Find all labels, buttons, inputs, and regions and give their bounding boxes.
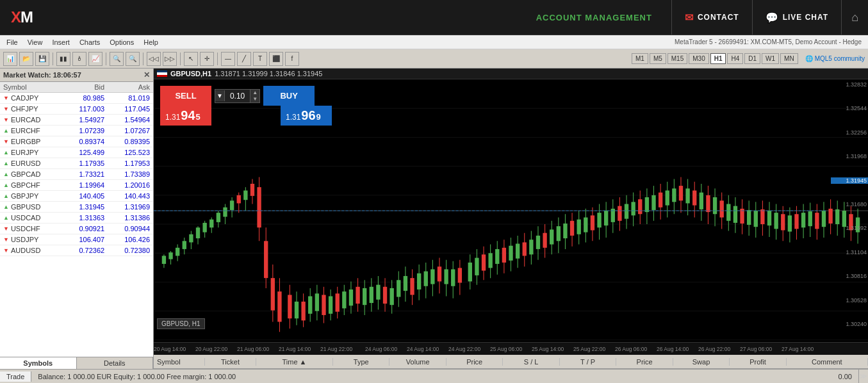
svg-rect-206: [822, 211, 826, 227]
menu-help[interactable]: Help: [143, 38, 158, 46]
volume-up-arrow[interactable]: ▲: [250, 90, 259, 96]
col-volume: Volume: [389, 358, 446, 366]
chart-canvas[interactable]: SELL ▼ 0.10 ▲ ▼ BUY: [154, 79, 868, 342]
ask-price: 0.89395: [108, 136, 153, 147]
svg-text:M: M: [20, 8, 33, 26]
livechat-button[interactable]: 💬 LIVE CHAT: [752, 0, 841, 35]
tb-zoom-out[interactable]: 🔍: [126, 52, 140, 66]
tb-new-chart[interactable]: 📊: [3, 52, 17, 66]
tb-scroll-fwd[interactable]: ▷▷: [163, 52, 177, 66]
tb-shapes[interactable]: ⬛: [269, 52, 283, 66]
bottom-tab-trade[interactable]: Trade: [0, 371, 31, 382]
col-tp: T / P: [560, 358, 616, 366]
market-watch-row[interactable]: ▲ EURUSD 1.17935 1.17953: [0, 158, 153, 169]
tf-d1[interactable]: D1: [744, 53, 760, 64]
bid-price: 1.07239: [62, 126, 108, 136]
svg-rect-68: [349, 289, 353, 306]
tf-m5[interactable]: M5: [650, 53, 666, 64]
symbol-name: ▲ EURUSD: [3, 159, 59, 167]
chart-header: GBPUSD,H1 1.31871 1.31999 1.31846 1.3194…: [154, 69, 868, 79]
svg-rect-146: [618, 206, 621, 221]
tb-bar-chart[interactable]: ▮▮: [56, 52, 70, 66]
market-watch-row[interactable]: ▲ GBPCHF 1.19964 1.20016: [0, 180, 153, 191]
tf-h4[interactable]: H4: [727, 53, 743, 64]
svg-rect-38: [243, 190, 247, 200]
account-management-link[interactable]: ACCOUNT MANAGEMENT: [517, 13, 671, 22]
market-watch-row[interactable]: ▲ USDCAD 1.31363 1.31386: [0, 213, 153, 224]
svg-rect-194: [781, 214, 785, 230]
svg-rect-48: [277, 291, 281, 322]
market-watch-close[interactable]: ✕: [143, 70, 150, 79]
market-watch-row[interactable]: ▼ EURCAD 1.54927 1.54964: [0, 115, 153, 126]
tf-mn[interactable]: MN: [780, 53, 798, 64]
bottom-scroll[interactable]: ≫: [858, 370, 868, 383]
volume-down-arrow[interactable]: ▼: [250, 96, 259, 102]
mql5-link[interactable]: 🌐 MQL5 community: [805, 55, 865, 62]
market-watch-row[interactable]: ▼ CHFJPY 117.003 117.045: [0, 104, 153, 115]
market-watch-row[interactable]: ▼ EURGBP 0.89374 0.89395: [0, 136, 153, 147]
direction-arrow: ▲: [3, 193, 9, 199]
svg-rect-184: [747, 210, 751, 225]
mw-tab-symbols[interactable]: Symbols: [0, 357, 77, 369]
tb-indicators[interactable]: f: [285, 52, 299, 66]
contact-button[interactable]: ✉ CONTACT: [671, 0, 752, 35]
symbol-name: ▼ EURGBP: [3, 138, 59, 145]
menu-file[interactable]: File: [6, 38, 18, 46]
mw-tab-details[interactable]: Details: [77, 357, 154, 369]
svg-rect-70: [356, 287, 359, 304]
tb-trend[interactable]: ╱: [237, 52, 251, 66]
tf-m1[interactable]: M1: [632, 53, 648, 64]
col-price2: Price: [616, 358, 673, 366]
svg-rect-174: [713, 197, 717, 214]
market-watch-row[interactable]: ▼ USDCHF 0.90921 0.90944: [0, 224, 153, 234]
svg-rect-44: [264, 241, 268, 278]
mw-col-symbol: Symbol: [0, 82, 62, 93]
svg-rect-20: [183, 241, 186, 249]
svg-rect-150: [631, 202, 635, 215]
bottom-bar: Trade Balance: 1 000.00 EUR Equity: 1 00…: [0, 369, 868, 383]
tb-open[interactable]: 📂: [19, 52, 33, 66]
tf-m30[interactable]: M30: [689, 53, 708, 64]
menu-charts[interactable]: Charts: [79, 38, 100, 46]
tb-line[interactable]: 📈: [88, 52, 102, 66]
tf-m15[interactable]: M15: [667, 53, 687, 64]
svg-rect-60: [322, 295, 325, 315]
home-icon: ⌂: [851, 11, 858, 24]
tf-h1[interactable]: H1: [710, 53, 726, 64]
market-watch-row[interactable]: ▲ GBPUSD 1.31945 1.31969: [0, 202, 153, 213]
chart-symbol-tab[interactable]: GBPUSD, H1: [157, 318, 205, 329]
buy-price-prefix: 1.31: [286, 113, 300, 122]
market-watch-row[interactable]: ▲ GBPCAD 1.73321 1.73389: [0, 169, 153, 180]
home-button[interactable]: ⌂: [841, 0, 868, 35]
top-nav: X M ACCOUNT MANAGEMENT ✉ CONTACT 💬 LIVE …: [0, 0, 868, 35]
buy-button[interactable]: BUY: [263, 86, 315, 106]
symbol-name: ▲ USDCAD: [3, 214, 59, 222]
market-watch-row[interactable]: ▼ USDJPY 106.407 106.426: [0, 234, 153, 245]
tb-cursor[interactable]: ↖: [184, 52, 198, 66]
svg-rect-42: [257, 187, 261, 227]
tb-crosshair[interactable]: ✛: [200, 52, 214, 66]
sell-button[interactable]: SELL: [160, 86, 211, 106]
tb-scroll-back[interactable]: ◁◁: [147, 52, 161, 66]
menu-insert[interactable]: Insert: [52, 38, 70, 46]
tb-zoom-in[interactable]: 🔍: [110, 52, 124, 66]
market-watch-row[interactable]: ▼ AUDUSD 0.72362 0.72380: [0, 245, 153, 256]
volume-dropdown[interactable]: ▼: [215, 90, 225, 101]
tb-text[interactable]: T: [253, 52, 267, 66]
market-watch-row[interactable]: ▼ CADJPY 80.985 81.019: [0, 93, 153, 104]
x-label-9: 25 Aug 14:00: [532, 346, 564, 352]
market-watch-row[interactable]: ▲ GBPJPY 140.405 140.443: [0, 191, 153, 202]
tb-candlestick[interactable]: 🕯: [72, 52, 86, 66]
direction-arrow: ▲: [3, 215, 9, 221]
market-watch-row[interactable]: ▲ EURCHF 1.07239 1.07267: [0, 126, 153, 136]
tb-save[interactable]: 💾: [35, 52, 49, 66]
market-watch-row[interactable]: ▲ EURJPY 125.499 125.523: [0, 147, 153, 158]
menu-view[interactable]: View: [28, 38, 43, 46]
svg-rect-108: [488, 253, 492, 268]
svg-rect-36: [237, 195, 241, 204]
tb-hline[interactable]: —: [221, 52, 235, 66]
bottom-tab-group: Trade: [0, 371, 31, 382]
tf-w1[interactable]: W1: [762, 53, 779, 64]
svg-rect-124: [543, 233, 546, 248]
menu-options[interactable]: Options: [110, 38, 134, 46]
